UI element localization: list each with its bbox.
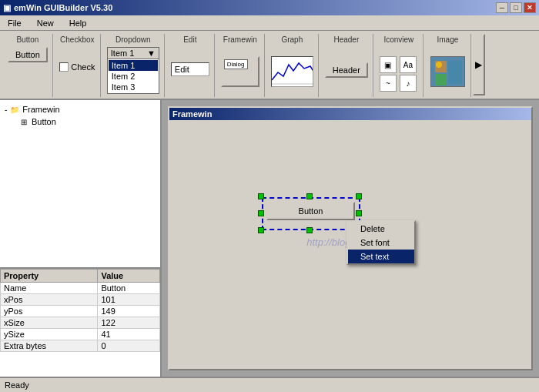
properties-area: Property Value NameButtonxPos101yPos149x… <box>0 269 160 377</box>
svg-rect-4 <box>435 74 447 85</box>
dialog-inner: Dialog <box>224 59 248 69</box>
toolbar-iconview-label: Iconview <box>383 35 413 44</box>
table-cell: Extra bytes <box>1 340 98 352</box>
table-row: xSize122 <box>1 317 160 329</box>
app-icon: ▣ <box>3 3 11 13</box>
toolbar-image-label: Image <box>437 35 458 44</box>
toolbar-button-label: Button <box>16 35 38 44</box>
tree-item-button-label: Button <box>32 117 56 126</box>
table-cell: xSize <box>1 317 98 329</box>
toolbar-graph-label: Graph <box>281 35 303 44</box>
handle-ml[interactable] <box>258 210 264 216</box>
graph-svg <box>272 57 313 87</box>
widget-icon: ⊞ <box>18 116 29 127</box>
handle-bl[interactable] <box>258 227 264 233</box>
context-menu: Delete Set font Set text <box>346 220 416 265</box>
iconview-cell-0: ▣ <box>380 56 397 73</box>
table-cell: ySize <box>1 329 98 340</box>
framewin-content[interactable]: http://blog.csdn.net/ Button <box>169 120 531 366</box>
table-row: yPos149 <box>1 306 160 317</box>
checkbox-text: Check <box>71 62 95 72</box>
table-cell: Button <box>98 283 160 294</box>
toolbar-section-button: Button Button <box>3 34 53 97</box>
tree-item-framewin[interactable]: - 📁 Framewin <box>3 103 157 116</box>
minimize-button[interactable]: ─ <box>496 2 508 13</box>
expand-icon[interactable]: - <box>5 106 7 114</box>
toolbar-edit-label: Edit <box>183 35 196 44</box>
handle-tl[interactable] <box>258 193 264 199</box>
toolbar-graph-widget[interactable] <box>271 56 313 87</box>
toolbar-framewin-widget[interactable]: Dialog <box>221 56 259 87</box>
folder-icon: 📁 <box>9 104 20 115</box>
toolbar-dropdown-label: Dropdown <box>116 35 151 44</box>
maximize-button[interactable]: □ <box>510 2 522 13</box>
dropdown-arrow-icon: ▼ <box>147 49 156 58</box>
title-bar-controls: ─ □ ✕ <box>496 2 536 13</box>
toolbar-section-checkbox: Checkbox Check <box>55 34 101 97</box>
toolbar: Button Button Checkbox Check Dropdown It… <box>0 31 539 100</box>
table-cell: 101 <box>98 294 160 306</box>
toolbar-dropdown-widget[interactable]: Item 1 ▼ Item 1 Item 2 Item 3 <box>107 47 159 94</box>
menu-bar: File New Help <box>0 15 539 31</box>
iconview-cell-2: ~ <box>380 75 397 92</box>
toolbar-section-framewin: Framewin Dialog <box>216 34 265 97</box>
toolbar-checkbox-widget[interactable]: Check <box>59 62 95 72</box>
prop-col-value: Value <box>98 270 160 283</box>
header-btn: Header <box>325 62 368 78</box>
toolbar-scroll-right[interactable]: ▶ <box>473 34 485 95</box>
menu-help[interactable]: Help <box>65 17 92 29</box>
table-row: NameButton <box>1 283 160 294</box>
dropdown-item-3[interactable]: Item 3 <box>109 82 158 92</box>
table-cell: yPos <box>1 306 98 317</box>
close-button[interactable]: ✕ <box>524 2 536 13</box>
table-row: ySize41 <box>1 329 160 340</box>
handle-bm[interactable] <box>306 227 313 233</box>
dropdown-item-2[interactable]: Item 2 <box>109 71 158 82</box>
tree-area: - 📁 Framewin ⊞ Button <box>0 100 160 269</box>
framewin-titlebar: Framewin <box>169 108 531 120</box>
image-svg <box>431 57 465 87</box>
toolbar-section-edit: Edit <box>166 34 215 97</box>
handle-tm[interactable] <box>306 193 313 199</box>
dropdown-header[interactable]: Item 1 ▼ <box>108 48 159 59</box>
toolbar-button-widget[interactable]: Button <box>8 47 48 62</box>
toolbar-header-widget[interactable]: Header <box>325 62 368 78</box>
menu-file[interactable]: File <box>3 17 26 29</box>
toolbar-edit-widget[interactable] <box>171 62 209 76</box>
canvas-area[interactable]: Framewin http://blog.csdn.net/ <box>162 100 539 377</box>
table-cell: 149 <box>98 306 160 317</box>
dropdown-list: Item 1 Item 2 Item 3 <box>108 59 159 93</box>
svg-rect-3 <box>448 61 462 84</box>
tree-item-framewin-label: Framewin <box>22 105 59 114</box>
toolbar-iconview-widget[interactable]: ▣ Aa ~ ♪ <box>380 56 418 92</box>
table-cell: Name <box>1 283 98 294</box>
toolbar-section-graph: Graph <box>266 34 319 97</box>
dropdown-selected: Item 1 <box>111 49 135 58</box>
status-text: Ready <box>5 380 29 390</box>
canvas-button[interactable]: Button <box>266 202 355 220</box>
toolbar-checkbox-label: Checkbox <box>60 35 94 44</box>
handle-mr[interactable] <box>356 210 362 216</box>
framewin-window: Framewin http://blog.csdn.net/ <box>168 106 533 370</box>
toolbar-header-label: Header <box>333 35 359 44</box>
table-cell: xPos <box>1 294 98 306</box>
menu-new[interactable]: New <box>32 17 59 29</box>
dropdown-item-1[interactable]: Item 1 <box>109 60 158 71</box>
title-bar: ▣ emWin GUIBuilder V5.30 ─ □ ✕ <box>0 0 539 15</box>
status-bar: Ready <box>0 377 539 392</box>
context-menu-settext[interactable]: Set text <box>348 250 414 263</box>
table-row: xPos101 <box>1 294 160 306</box>
context-menu-setfont[interactable]: Set font <box>348 236 414 250</box>
title-bar-left: ▣ emWin GUIBuilder V5.30 <box>3 3 112 13</box>
toolbar-framewin-label: Framewin <box>223 35 257 44</box>
toolbar-section-image: Image <box>425 34 471 97</box>
iconview-cell-1: Aa <box>400 56 417 73</box>
main-area: - 📁 Framewin ⊞ Button Property Value Nam… <box>0 100 539 377</box>
context-menu-delete[interactable]: Delete <box>348 222 414 236</box>
tree-item-button[interactable]: ⊞ Button <box>3 116 157 128</box>
toolbar-image-widget[interactable] <box>430 56 465 87</box>
app-title: emWin GUIBuilder V5.30 <box>14 3 112 12</box>
handle-tr[interactable] <box>356 193 362 199</box>
prop-col-property: Property <box>1 270 98 283</box>
properties-table: Property Value NameButtonxPos101yPos149x… <box>0 269 160 352</box>
